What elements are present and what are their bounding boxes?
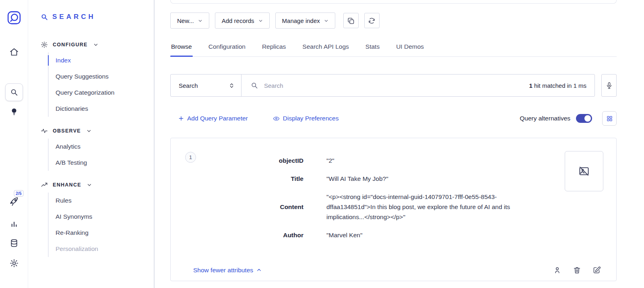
new-index-button[interactable]: New... bbox=[170, 12, 209, 29]
index-tabs: Browse Configuration Replicas Search API… bbox=[170, 41, 617, 57]
sidebar-item-re-ranking[interactable]: Re-Ranking bbox=[49, 225, 154, 241]
search-icon bbox=[250, 81, 258, 89]
tab-browse[interactable]: Browse bbox=[170, 41, 193, 56]
manage-index-button[interactable]: Manage index bbox=[275, 12, 335, 29]
hits-text: hit matched in 1 ms bbox=[533, 82, 586, 89]
query-alternatives-toggle[interactable] bbox=[576, 114, 592, 123]
pulse-icon bbox=[41, 127, 48, 135]
app-icon-rail: 2/5 bbox=[0, 0, 28, 288]
sidebar-item-query-suggestions[interactable]: Query Suggestions bbox=[49, 68, 154, 85]
product-title-label: SEARCH bbox=[52, 13, 96, 21]
display-preferences-label: Display Preferences bbox=[283, 115, 339, 122]
section-enhance: ENHANCE Rules AI Synonyms Re-Ranking Per… bbox=[41, 181, 154, 257]
chevron-down-icon bbox=[324, 19, 328, 23]
section-enhance-header[interactable]: ENHANCE bbox=[41, 181, 154, 189]
hit-card-footer: Show fewer attributes bbox=[193, 266, 601, 274]
hit-actions bbox=[553, 266, 601, 274]
algolia-logo[interactable] bbox=[6, 10, 22, 25]
query-options-row: Add Query Parameter Display Preferences … bbox=[170, 111, 617, 126]
section-enhance-label: ENHANCE bbox=[53, 182, 81, 188]
image-off-icon bbox=[578, 165, 590, 177]
search-mode-select[interactable]: Search bbox=[171, 75, 242, 96]
product-title: SEARCH bbox=[41, 13, 154, 21]
sidebar-item-analytics[interactable]: Analytics bbox=[49, 139, 154, 155]
tab-replicas[interactable]: Replicas bbox=[261, 41, 287, 56]
add-records-label: Add records bbox=[222, 17, 254, 24]
algolia-logo-icon bbox=[6, 10, 22, 25]
display-preferences-link[interactable]: Display Preferences bbox=[273, 115, 339, 122]
manage-index-label: Manage index bbox=[282, 17, 320, 24]
sidebar-item-personalization[interactable]: Personalization bbox=[49, 241, 154, 257]
tab-search-api-logs[interactable]: Search API Logs bbox=[301, 41, 349, 56]
grid-icon bbox=[606, 115, 613, 122]
copy-index-button[interactable] bbox=[343, 13, 359, 28]
attribute-label: Content bbox=[171, 203, 303, 211]
plus-icon bbox=[178, 116, 184, 121]
search-input[interactable] bbox=[263, 82, 529, 89]
tab-ui-demos[interactable]: UI Demos bbox=[395, 41, 425, 56]
search-mode-label: Search bbox=[179, 82, 198, 89]
home-icon[interactable] bbox=[9, 47, 19, 57]
top-cropped-banner bbox=[170, 0, 617, 4]
index-toolbar: New... Add records Manage index bbox=[170, 12, 617, 29]
tab-stats[interactable]: Stats bbox=[365, 41, 380, 56]
chevron-down-icon bbox=[93, 42, 98, 47]
attribute-row-content: Content "<p><strong id="docs-internal-gu… bbox=[171, 188, 616, 226]
section-observe-header[interactable]: OBSERVE bbox=[41, 127, 154, 135]
show-fewer-attributes-link[interactable]: Show fewer attributes bbox=[193, 267, 262, 274]
chevron-up-icon bbox=[256, 267, 262, 273]
sidebar-item-ai-synonyms[interactable]: AI Synonyms bbox=[49, 209, 154, 225]
attribute-value: "Will AI Take My Job?" bbox=[326, 174, 388, 184]
sidebar-item-dictionaries[interactable]: Dictionaries bbox=[49, 101, 154, 117]
add-query-parameter-label: Add Query Parameter bbox=[187, 115, 248, 122]
attribute-value: "Marvel Ken" bbox=[326, 230, 362, 240]
hit-card: 1 objectID "2" Title "Will AI Take My Jo… bbox=[170, 138, 617, 281]
add-query-parameter-link[interactable]: Add Query Parameter bbox=[178, 115, 248, 122]
suggestions-lightbulb-icon[interactable] bbox=[10, 107, 19, 116]
attribute-row-author: Author "Marvel Ken" bbox=[171, 226, 616, 244]
sidebar-item-index[interactable]: Index bbox=[49, 52, 154, 68]
attribute-row-objectid: objectID "2" bbox=[171, 151, 616, 170]
chevron-down-icon bbox=[87, 128, 91, 133]
chevron-down-icon bbox=[198, 19, 202, 23]
observe-items: Analytics A/B Testing bbox=[48, 139, 154, 171]
sidebar-item-rules[interactable]: Rules bbox=[49, 193, 154, 209]
section-observe-label: OBSERVE bbox=[53, 128, 81, 134]
hit-image-placeholder[interactable] bbox=[565, 151, 603, 191]
search-nav-icon[interactable] bbox=[5, 83, 23, 101]
attribute-value: "<p><strong id="docs-internal-guid-14079… bbox=[326, 192, 539, 222]
hits-count: 1 bbox=[529, 82, 532, 89]
section-observe: OBSERVE Analytics A/B Testing bbox=[41, 127, 154, 171]
onboarding-rocket-icon[interactable]: 2/5 bbox=[9, 197, 19, 207]
section-configure-header[interactable]: CONFIGURE bbox=[41, 41, 154, 48]
sidebar-item-query-categorization[interactable]: Query Categorization bbox=[49, 85, 154, 101]
delete-record-icon[interactable] bbox=[573, 266, 581, 274]
onboarding-progress-badge: 2/5 bbox=[14, 190, 24, 197]
section-configure-label: CONFIGURE bbox=[53, 42, 88, 48]
search-sidebar: SEARCH CONFIGURE Index Query Suggestions… bbox=[29, 0, 155, 288]
gear-icon bbox=[41, 41, 48, 48]
chevron-down-icon bbox=[87, 182, 92, 187]
tab-configuration[interactable]: Configuration bbox=[208, 41, 246, 56]
copy-icon bbox=[347, 17, 355, 25]
analytics-bars-icon[interactable] bbox=[9, 219, 19, 228]
voice-search-button[interactable] bbox=[601, 74, 617, 97]
search-title-icon bbox=[41, 13, 48, 21]
layout-grid-button[interactable] bbox=[602, 111, 617, 126]
refresh-index-button[interactable] bbox=[364, 13, 380, 28]
sidebar-item-ab-testing[interactable]: A/B Testing bbox=[49, 155, 154, 171]
microphone-icon bbox=[605, 82, 613, 89]
sort-chevrons-icon bbox=[229, 83, 235, 89]
configure-items: Index Query Suggestions Query Categoriza… bbox=[48, 52, 154, 117]
settings-gear-icon[interactable] bbox=[9, 259, 19, 268]
hit-rank-badge: 1 bbox=[185, 152, 196, 163]
query-alternatives-label: Query alternatives bbox=[520, 115, 570, 122]
identity-icon[interactable] bbox=[553, 266, 561, 274]
search-row: Search 1 hit matched in 1 ms bbox=[170, 74, 617, 97]
attribute-row-title: Title "Will AI Take My Job?" bbox=[171, 170, 616, 188]
chevron-down-icon bbox=[258, 19, 263, 23]
edit-record-icon[interactable] bbox=[592, 266, 601, 274]
attribute-label: Title bbox=[171, 175, 303, 182]
data-database-icon[interactable] bbox=[9, 238, 19, 248]
add-records-button[interactable]: Add records bbox=[215, 12, 270, 29]
